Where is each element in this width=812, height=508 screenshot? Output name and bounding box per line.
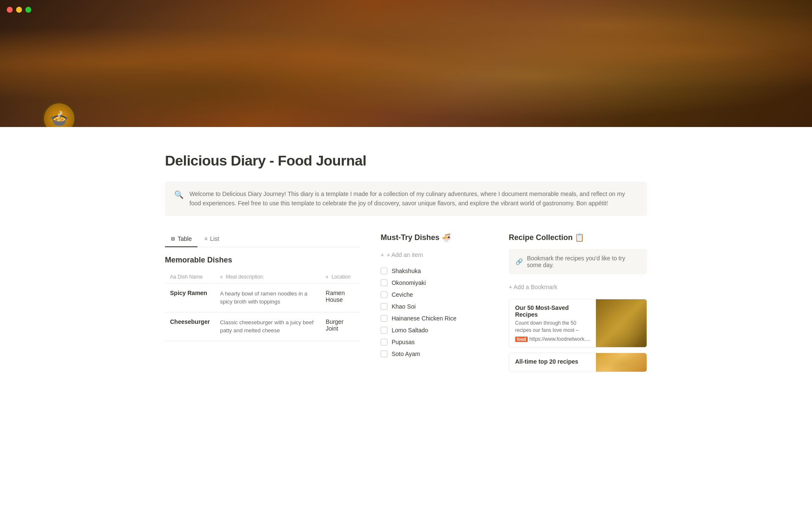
header-banner: 🍲 bbox=[0, 0, 812, 127]
recipe-card-title: All-time top 20 recipes bbox=[515, 358, 590, 365]
recipe-card-desc: Count down through the 50 recipes our fa… bbox=[515, 320, 590, 334]
must-try-title: Must-Try Dishes 🍜 bbox=[381, 233, 488, 242]
list-item: Ceviche bbox=[381, 289, 488, 301]
food-logo: food bbox=[515, 337, 528, 342]
three-column-layout: ⊞ Table ≡ List Memorable Dishes Aa Dish … bbox=[165, 233, 647, 378]
col-dish-name: Aa Dish Name bbox=[165, 271, 215, 284]
add-item-label: + Add an item bbox=[387, 251, 423, 258]
page-title: Delicious Diary - Food Journal bbox=[165, 152, 647, 169]
close-button[interactable] bbox=[7, 7, 13, 13]
list-item: Shakshuka bbox=[381, 265, 488, 277]
dish-name: Spicy Ramen bbox=[170, 290, 207, 296]
link-icon: 🔗 bbox=[516, 258, 523, 265]
minimize-button[interactable] bbox=[16, 7, 22, 13]
checkbox-lomo[interactable] bbox=[381, 327, 387, 334]
tab-list[interactable]: ≡ List bbox=[198, 233, 225, 247]
add-bookmark-button[interactable]: + Add a Bookmark bbox=[509, 281, 647, 293]
location: Burger Joint bbox=[326, 318, 343, 332]
tab-table[interactable]: ⊞ Table bbox=[165, 233, 198, 247]
list-tab-icon: ≡ bbox=[204, 236, 207, 242]
col-description: ≡ Meal description: bbox=[215, 271, 321, 284]
list-item: Khao Soi bbox=[381, 301, 488, 312]
checkbox-okonomiyaki[interactable] bbox=[381, 279, 387, 286]
list-item: Okonomiyaki bbox=[381, 277, 488, 289]
maximize-button[interactable] bbox=[25, 7, 31, 13]
table-section-title: Memorable Dishes bbox=[165, 256, 359, 265]
checkbox-shakshuka[interactable] bbox=[381, 268, 387, 274]
list-item: Hainanese Chicken Rice bbox=[381, 312, 488, 324]
table-tab-icon: ⊞ bbox=[171, 236, 175, 242]
checkbox-khao-soi[interactable] bbox=[381, 303, 387, 310]
info-box: 🔍 Welcome to Delicious Diary Journey! Th… bbox=[165, 182, 647, 216]
checklist: Shakshuka Okonomiyaki Ceviche Khao Soi H… bbox=[381, 265, 488, 360]
recipe-card-image-2 bbox=[596, 353, 647, 372]
checkbox-pupusas[interactable] bbox=[381, 339, 387, 345]
main-content: Delicious Diary - Food Journal 🔍 Welcome… bbox=[131, 127, 681, 394]
view-tabs: ⊞ Table ≡ List bbox=[165, 233, 359, 247]
info-icon: 🔍 bbox=[174, 190, 184, 199]
recipe-card-content: Our 50 Most-Saved Recipes Count down thr… bbox=[509, 299, 596, 348]
recipe-info-box: 🔗 Bookmark the recipes you'd like to try… bbox=[509, 249, 647, 274]
recipe-info-text: Bookmark the recipes you'd like to try s… bbox=[527, 255, 640, 268]
checkbox-soto-ayam[interactable] bbox=[381, 351, 387, 357]
dish-name: Cheeseburger bbox=[170, 318, 210, 325]
table-row: Cheeseburger Classic cheeseburger with a… bbox=[165, 312, 359, 341]
tab-table-label: Table bbox=[178, 235, 192, 242]
add-item-icon: + bbox=[381, 251, 384, 258]
add-bookmark-label: + Add a Bookmark bbox=[509, 284, 557, 290]
table-section: ⊞ Table ≡ List Memorable Dishes Aa Dish … bbox=[165, 233, 359, 341]
list-item: Lomo Saltado bbox=[381, 324, 488, 336]
recipe-card[interactable]: All-time top 20 recipes bbox=[509, 353, 647, 372]
recipe-collection-title: Recipe Collection 📋 bbox=[509, 233, 647, 242]
checkbox-ceviche[interactable] bbox=[381, 291, 387, 298]
traffic-lights bbox=[7, 7, 31, 13]
col-dish-prefix: Aa bbox=[170, 274, 178, 280]
list-item: Pupusas bbox=[381, 336, 488, 348]
table-row: Spicy Ramen A hearty bowl of ramen noodl… bbox=[165, 283, 359, 312]
tab-list-label: List bbox=[210, 235, 219, 242]
checkbox-hainanese[interactable] bbox=[381, 315, 387, 322]
recipe-card-content: All-time top 20 recipes bbox=[509, 353, 596, 372]
list-item: Soto Ayam bbox=[381, 348, 488, 360]
bowl-icon: 🍲 bbox=[42, 102, 76, 127]
memorable-dishes-table: Aa Dish Name ≡ Meal description: ≡ Locat… bbox=[165, 271, 359, 341]
recipe-card-link: food https://www.foodnetwork.... bbox=[515, 336, 590, 342]
recipe-card-image bbox=[596, 299, 647, 348]
add-item-button[interactable]: + + Add an item bbox=[381, 249, 488, 261]
recipe-url: https://www.foodnetwork.... bbox=[529, 336, 590, 342]
recipe-card-title: Our 50 Most-Saved Recipes bbox=[515, 304, 590, 318]
must-try-section: Must-Try Dishes 🍜 + + Add an item Shaksh… bbox=[381, 233, 488, 360]
col-location: ≡ Location bbox=[321, 271, 359, 284]
meal-desc: Classic cheeseburger with a juicy beef p… bbox=[220, 319, 313, 334]
meal-desc: A hearty bowl of ramen noodles in a spic… bbox=[220, 290, 307, 305]
recipe-collection-section: Recipe Collection 📋 🔗 Bookmark the recip… bbox=[509, 233, 647, 378]
location: Ramen House bbox=[326, 290, 345, 303]
info-text: Welcome to Delicious Diary Journey! This… bbox=[189, 189, 638, 208]
recipe-card[interactable]: Our 50 Most-Saved Recipes Count down thr… bbox=[509, 299, 647, 348]
